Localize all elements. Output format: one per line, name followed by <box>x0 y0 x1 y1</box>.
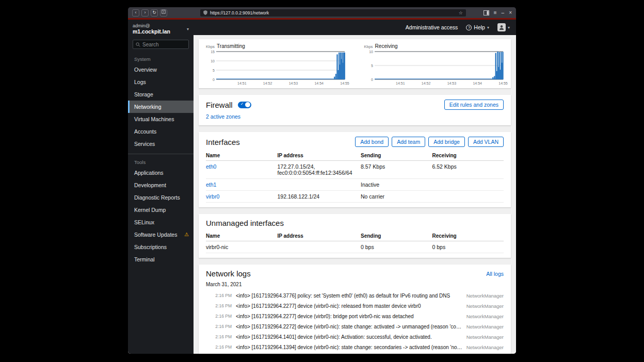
browser-save-page-button[interactable] <box>160 9 167 17</box>
svg-text:10: 10 <box>369 50 373 54</box>
help-menu[interactable]: ? Help ▾ <box>466 24 489 30</box>
log-entry-row[interactable]: 2:16 PM <info> [1617192964.2277] device … <box>206 301 504 311</box>
browser-window-controls: ≡ – × <box>484 10 512 15</box>
svg-text:14:52: 14:52 <box>421 81 430 85</box>
log-entry-row[interactable]: 2:16 PM <info> [1617192964.1388] device … <box>206 352 504 354</box>
window-close-button[interactable]: × <box>509 10 512 15</box>
log-entry-row[interactable]: 2:16 PM <info> [1617192964.1394] device … <box>206 342 504 352</box>
log-message: <info> [1617192964.1394] device (virbr0-… <box>236 344 462 350</box>
interface-row: virbr0 192.168.122.1/24 No carrier <box>206 191 504 203</box>
sidebar-item[interactable]: Networking <box>128 101 194 113</box>
sidebar-item[interactable]: Kernel Dump <box>128 204 194 216</box>
browser-reload-button[interactable]: ↻ <box>151 9 158 17</box>
log-service: NetworkManager <box>466 344 504 350</box>
sidebar-item-label: SELinux <box>134 219 154 225</box>
browser-url-bar[interactable]: https://127.0.0.2:9091/network ☆ <box>200 9 466 17</box>
search-icon <box>136 42 140 47</box>
unmanaged-table-header: Name IP address Sending Receiving <box>206 231 504 241</box>
sidebar-item[interactable]: Overview <box>128 63 194 76</box>
bookmark-star-icon[interactable]: ☆ <box>459 10 463 15</box>
interface-name-link[interactable]: eth1 <box>206 182 277 188</box>
browser-menu-button[interactable]: ≡ <box>494 10 497 15</box>
interface-name-link[interactable]: eth0 <box>206 163 277 170</box>
sidebar-system-items: Overview Logs Storage <box>128 63 194 150</box>
search-input[interactable] <box>142 42 186 47</box>
log-entry-row[interactable]: 2:16 PM <info> [1617192964.1401] device … <box>206 332 504 342</box>
add-interface-button[interactable]: Add bond <box>355 137 389 147</box>
chart-unit-label: Kbps <box>206 44 215 49</box>
all-logs-link[interactable]: All logs <box>486 271 504 277</box>
log-service: NetworkManager <box>466 324 504 330</box>
warning-icon <box>184 232 189 237</box>
browser-window: ‹ › ↻ https://127.0.0.2:9091/network ☆ ≡… <box>128 7 516 354</box>
interface-name-link[interactable]: virbr0 <box>206 193 277 200</box>
log-service: NetworkManager <box>466 293 504 299</box>
sidebar-item[interactable]: Subscriptions <box>128 241 194 253</box>
interface-receiving: 0 bps <box>432 244 503 250</box>
sidebar-item[interactable]: SELinux <box>128 216 194 228</box>
sidebar-item[interactable]: Virtual Machines <box>128 113 194 125</box>
firewall-toggle[interactable] <box>238 102 251 108</box>
site-security-shield-icon <box>203 10 207 15</box>
browser-forward-button[interactable]: › <box>141 9 149 17</box>
sidebar-item[interactable]: Logs <box>128 76 194 88</box>
sidebar-item[interactable]: Accounts <box>128 125 194 138</box>
log-message: <info> [1617192964.1401] device (virbr0-… <box>236 334 462 340</box>
user-menu[interactable]: ▾ <box>497 23 510 31</box>
log-entries: 2:16 PM <info> [1617192964.3776] policy:… <box>206 290 504 354</box>
log-entry-row[interactable]: 2:16 PM <info> [1617192964.3776] policy:… <box>206 290 504 301</box>
browser-panel-icon[interactable] <box>484 10 489 15</box>
sidebar-section-system: System Overview Logs <box>128 53 194 150</box>
masthead: Administrative access ? Help ▾ ▾ <box>194 20 516 35</box>
interface-ip: 192.168.122.1/24 <box>277 193 361 200</box>
sidebar-item-label: Virtual Machines <box>134 116 174 122</box>
sidebar-item[interactable]: Software Updates <box>128 228 194 241</box>
interface-sending: 0 bps <box>361 244 432 250</box>
session-host-selector[interactable]: admin@ m1.cockpit.lan ▾ <box>128 20 194 37</box>
add-interface-button[interactable]: Add VLAN <box>468 137 504 147</box>
log-time: 2:16 PM <box>212 334 232 339</box>
log-time: 2:16 PM <box>212 293 232 298</box>
administrative-access-button[interactable]: Administrative access <box>406 24 458 30</box>
sidebar-item[interactable]: Terminal <box>128 253 194 266</box>
svg-text:14:51: 14:51 <box>396 81 405 85</box>
sidebar-item-label: Kernel Dump <box>134 207 166 213</box>
cockpit-app: admin@ m1.cockpit.lan ▾ System Overview <box>128 20 516 354</box>
log-entry-row[interactable]: 2:16 PM <info> [1617192964.2272] device … <box>206 321 504 332</box>
sidebar-item[interactable]: Applications <box>128 167 194 179</box>
log-date-header: March 31, 2021 <box>206 282 504 287</box>
sidebar-item-label: Logs <box>134 79 146 85</box>
interface-sending: 8.57 Kbps <box>361 163 432 170</box>
help-label: Help <box>474 24 485 30</box>
interface-sending: Inactive <box>361 182 432 188</box>
add-interface-button[interactable]: Add bridge <box>428 137 465 147</box>
interfaces-card: Interfaces Add bond Add team Add bridge … <box>199 132 511 207</box>
interface-ip: 172.27.0.15/24, fec0:0:0:0:5054:ff:fe12:… <box>277 163 361 176</box>
svg-text:0: 0 <box>371 78 373 81</box>
sidebar-item-label: Software Updates <box>134 232 177 238</box>
log-time: 2:16 PM <box>212 303 232 308</box>
sidebar-item[interactable]: Services <box>128 138 194 150</box>
svg-text:14:53: 14:53 <box>447 81 456 85</box>
chart-title: Transmitting <box>217 43 245 49</box>
active-zones-link[interactable]: 2 active zones <box>206 113 240 120</box>
log-entry-row[interactable]: 2:16 PM <info> [1617192964.2277] device … <box>206 311 504 321</box>
svg-text:5: 5 <box>371 64 373 68</box>
interface-row: eth1 Inactive <box>206 179 504 191</box>
cockpit-sidebar: admin@ m1.cockpit.lan ▾ System Overview <box>128 20 194 354</box>
browser-back-button[interactable]: ‹ <box>132 9 139 17</box>
edit-rules-and-zones-button[interactable]: Edit rules and zones <box>444 100 504 110</box>
log-message: <info> [1617192964.2277] device (virbr0-… <box>236 303 462 309</box>
sidebar-item[interactable]: Diagnostic Reports <box>128 191 194 204</box>
sidebar-tools-items: Applications Development Diagnostic Repo… <box>128 167 194 266</box>
chart-unit-label: Kbps <box>364 44 373 49</box>
session-host: m1.cockpit.lan <box>133 28 170 35</box>
window-minimize-button[interactable]: – <box>502 10 505 15</box>
interfaces-table-body: eth0 172.27.0.15/24, fec0:0:0:0:5054:ff:… <box>206 161 504 203</box>
add-interface-button[interactable]: Add team <box>392 137 425 147</box>
sidebar-item[interactable]: Development <box>128 179 194 191</box>
sidebar-item[interactable]: Storage <box>128 88 194 101</box>
person-icon <box>499 25 504 30</box>
svg-text:14:54: 14:54 <box>314 81 324 85</box>
column-header: Name <box>206 233 277 239</box>
